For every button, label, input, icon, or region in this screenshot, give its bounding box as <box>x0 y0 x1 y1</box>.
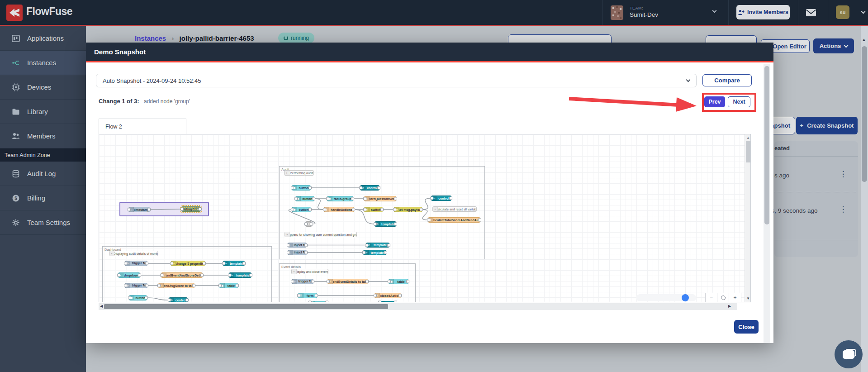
flow-node-label: Calculate and reset all variable <box>438 207 476 211</box>
comment-node-icon: ● <box>109 251 114 256</box>
canvas-vscroll-thumb[interactable] <box>746 141 751 162</box>
template-node-icon: </> <box>366 243 371 247</box>
flow-node-displaying-audit-details-of-month: ●Displaying audit details of month <box>109 251 158 256</box>
flow-node-template: </>template <box>375 221 396 227</box>
inject-node-icon: → <box>288 243 293 247</box>
button-node-icon: ◉ <box>129 296 134 300</box>
flow-node-steppers-for-showing-user-current-question-and-group: ●steppers for showing user current quest… <box>285 232 357 237</box>
flow-zoom-slider-thumb[interactable] <box>682 294 689 301</box>
next-button[interactable]: Next <box>728 96 750 107</box>
flow-node-closedaction: ƒclosedAction <box>375 293 401 298</box>
compare-button[interactable]: Compare <box>702 74 752 86</box>
snapshot-select[interactable]: Auto Snapshot - 2024-09-24 10:52:45 <box>96 74 697 87</box>
dialog-title: Demo Snapshot <box>94 48 146 56</box>
flow-node-dropdown: ▾dropdown <box>118 272 140 278</box>
flow-node-label: button <box>297 186 310 190</box>
flow-node-radio-group: ◉radio-group <box>327 196 353 201</box>
scroll-down-arrow-icon[interactable]: ▼ <box>746 296 750 300</box>
function-node-icon: ƒ <box>328 279 333 284</box>
zoom-out-button[interactable]: − <box>706 293 717 302</box>
scroll-left-arrow-icon[interactable]: ◀ <box>100 304 103 308</box>
flow-node-label: control <box>365 186 379 190</box>
scroll-right-arrow-icon[interactable]: ▶ <box>728 304 731 308</box>
flow-node-label: switch <box>370 207 382 212</box>
next-label: Next <box>733 99 745 105</box>
inject-node-icon: → <box>288 250 293 255</box>
flow-node-trigger-: ↻trigger ↻ <box>125 261 147 266</box>
button-node-icon: ◉ <box>292 207 297 212</box>
prev-button[interactable]: Prev <box>704 96 725 107</box>
change-description: added node 'group' <box>144 98 190 105</box>
flow-node-label: template <box>371 243 389 247</box>
comment-node-icon: ● <box>285 232 290 237</box>
tab-flow-2[interactable]: Flow 2 <box>99 119 186 134</box>
change-node-icon: ⇄ <box>171 261 176 266</box>
function-node-icon: ƒ <box>324 207 329 212</box>
flow-node-label: template <box>380 222 396 226</box>
flow-node-label: trigger ↻ <box>130 261 147 266</box>
button-node-icon: ◉ <box>292 186 297 190</box>
flow-node-table: ▦table <box>389 279 408 284</box>
flow-node-label: steppers for showing user current questi… <box>290 232 356 237</box>
demo-snapshot-dialog: Demo Snapshot Auto Snapshot - 2024-09-24… <box>86 43 773 343</box>
flow-node-control: </>control <box>431 196 451 201</box>
table-node-icon: ▦ <box>220 283 225 288</box>
flow-node-control: </>control <box>360 185 379 191</box>
template-node-icon: </> <box>229 273 234 277</box>
dropdown-node-icon: ▾ <box>119 273 123 277</box>
zoom-in-button[interactable]: + <box>729 293 741 302</box>
flow-zoom-slider[interactable] <box>636 294 696 301</box>
trigger-node-icon: ↻ <box>125 261 130 266</box>
button-node-icon: ◉ <box>296 196 301 201</box>
flow-node-button: ◉button <box>292 185 311 191</box>
flow-node-table: ▦table <box>219 283 238 288</box>
chat-widget-button[interactable] <box>835 340 863 368</box>
flow-node-template: </>template <box>229 272 251 278</box>
comment-node-icon: ● <box>433 207 438 211</box>
scroll-up-arrow-icon[interactable]: ▲ <box>746 136 750 140</box>
flow-node-label: timestamp <box>134 207 149 212</box>
flow-node-calculatetotalscoreandneedaudit: ƒcalculateTotalScoreAndNeedAudit <box>428 217 480 223</box>
page-scrollbar-thumb[interactable] <box>862 46 867 182</box>
inject-node-icon: → <box>129 207 134 212</box>
flow-node-template: </>template <box>223 261 245 266</box>
flow-canvas[interactable]: AuditDashboardEvent details →timestamp¤d… <box>99 134 751 302</box>
flow-node-label: change 5 properties <box>176 261 204 266</box>
zoom-reset-button[interactable] <box>717 293 729 302</box>
trigger-node-icon: ↻ <box>125 283 130 288</box>
scroll-up-arrow-icon[interactable]: ▲ <box>862 37 866 42</box>
debug-node-icon: ¤ <box>195 207 200 211</box>
canvas-vertical-scrollbar[interactable]: ▲ ▼ <box>745 134 751 302</box>
compare-label: Compare <box>714 77 740 84</box>
flow-zoom-controls: − + <box>705 293 741 302</box>
flow-node-label: control <box>174 298 187 302</box>
flow-node-label: handleActions <box>329 207 354 212</box>
page-scrollbar[interactable]: ▲ <box>861 26 868 372</box>
change-node-icon: ⇄ <box>394 207 399 212</box>
close-button[interactable]: Close <box>734 320 759 334</box>
flow-node-storequestionscore: ƒstoreQuestionScore <box>364 196 396 201</box>
control-node-icon: </> <box>360 186 365 190</box>
flow-node-inject-: →inject ↻ <box>288 243 307 248</box>
flow-node-label: closedAction <box>380 293 400 298</box>
dialog-scrollbar[interactable] <box>764 64 770 343</box>
flow-node-label: inject ↻ <box>293 243 306 247</box>
flow-node-lnk: ⇄ <box>305 221 312 227</box>
flow-node-label: sendAvgScore to table <box>164 283 194 288</box>
function-node-icon: ƒ <box>365 196 370 201</box>
template-node-icon: </> <box>375 222 380 226</box>
dialog-scrollbar-thumb[interactable] <box>764 66 769 224</box>
table-node-icon: ▦ <box>389 279 394 284</box>
control-node-icon: </> <box>169 298 174 302</box>
flow-node-template: </>template <box>363 250 386 255</box>
flow-node-timestamp: →timestamp <box>128 207 150 212</box>
flow-node-pt: </> <box>379 301 396 302</box>
function-node-icon: ƒ <box>161 273 166 277</box>
flow-node-inject-: →inject ↻ <box>288 250 307 255</box>
flow-node-button: ◉button <box>129 295 147 300</box>
control-node-icon: </> <box>432 196 436 200</box>
flow-node-label: template <box>369 250 386 255</box>
template-node-icon: </> <box>223 261 228 266</box>
canvas-horizontal-scrollbar[interactable]: ◀ ▶ <box>99 303 737 310</box>
canvas-hscroll-thumb[interactable] <box>104 304 388 309</box>
